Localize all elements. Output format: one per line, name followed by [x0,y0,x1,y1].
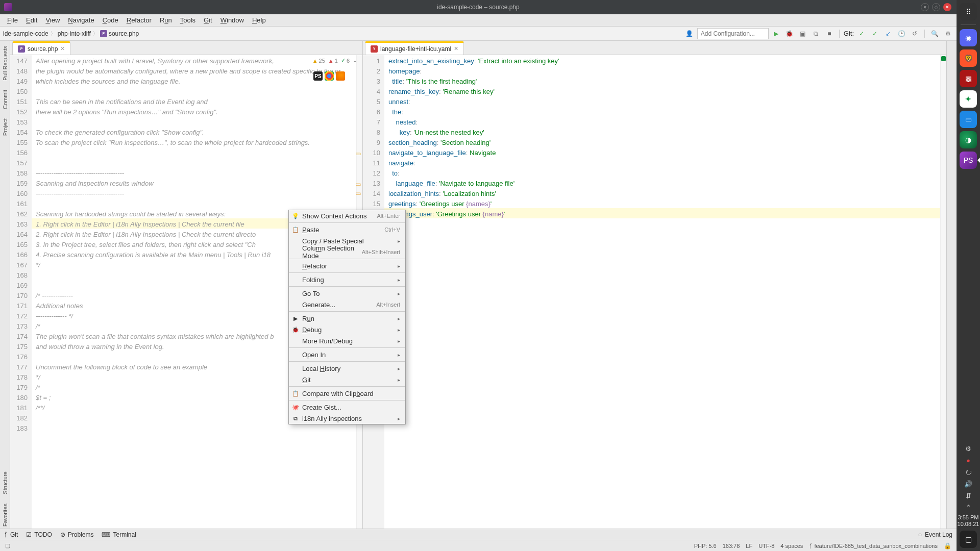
status-encoding[interactable]: UTF-8 [758,543,774,549]
breadcrumb[interactable]: ide-sample-code 〉 php-into-xliff 〉 Psour… [3,30,139,37]
close-button[interactable]: ✕ [943,3,951,11]
error-stripe[interactable] [940,55,946,529]
breadcrumb-project[interactable]: ide-sample-code [3,30,48,37]
lock-icon[interactable]: 🔒 [944,542,951,549]
dock-phpstorm-icon[interactable]: PS [960,152,977,169]
context-menu-item[interactable]: Generate...Alt+Insert [289,299,405,310]
context-menu-item[interactable]: ▶Run▸ [289,313,405,324]
gh-icon: 🐙 [291,404,299,411]
editor-tab-yaml[interactable]: Y language-file+intl-icu.yaml ✕ [365,41,464,55]
toolwindow-structure[interactable]: Structure [2,469,8,496]
git-push-icon[interactable]: ✓ [869,28,880,39]
git-commit-icon[interactable]: ✓ [856,28,867,39]
chevron-down-icon[interactable]: ⌄ [353,57,357,64]
tray-updates-icon[interactable]: ⭮ [965,468,972,476]
menu-help[interactable]: Help [248,15,270,25]
stop-button[interactable]: ■ [824,28,835,39]
menu-git[interactable]: Git [200,15,216,25]
status-git-branch[interactable]: feature/IDE-685_test_data_sanbox_combina… [814,543,938,549]
tray-network-icon[interactable]: ⇵ [966,492,971,499]
coverage-button[interactable]: ▣ [797,28,808,39]
event-log-bell-icon[interactable]: ○ [918,531,922,538]
open-in-browser-icons[interactable]: PS [313,71,345,81]
context-menu-item[interactable]: Go To▸ [289,288,405,299]
menu-code[interactable]: Code [99,15,122,25]
breadcrumb-folder[interactable]: php-into-xliff [58,30,91,37]
status-caret-position[interactable]: 163:78 [723,543,740,549]
inspection-badges[interactable]: ▲25 ▲1 ✓6 ⌄ [312,57,357,64]
dock-files-icon[interactable]: ▭ [960,111,977,128]
status-line-separator[interactable]: LF [746,543,752,549]
toolwindow-terminal[interactable]: ⌨Terminal [102,531,136,538]
context-menu-item[interactable]: Local History▸ [289,363,405,374]
toolwindow-problems[interactable]: ⊘Problems [60,531,94,538]
context-menu-item[interactable]: 🐙Create Gist... [289,402,405,413]
context-menu-item[interactable]: More Run/Debug▸ [289,335,405,346]
search-everywhere-icon[interactable]: 🔍 [929,28,940,39]
close-tab-icon[interactable]: ✕ [454,45,458,52]
debug-button[interactable]: 🐞 [784,28,795,39]
toolwindow-commit[interactable]: Commit [2,88,8,111]
show-toolwindows-icon[interactable]: ▢ [5,542,10,549]
git-history-icon[interactable]: 🕑 [896,28,907,39]
right-code-editor[interactable]: 12345678910111213141516 extract_into_an_… [363,55,946,529]
menu-tools[interactable]: Tools [176,15,200,25]
tray-record-icon[interactable]: ● [966,457,970,464]
dock-grid-icon[interactable]: ⠿ [960,3,977,20]
context-menu-item[interactable]: Refactor▸ [289,260,405,271]
note-marker-icon: ▭ [355,150,362,157]
status-php-version[interactable]: PHP: 5.6 [694,543,717,549]
branch-icon: ᚶ [809,543,813,549]
context-menu-item[interactable]: Open In▸ [289,349,405,360]
context-menu-item[interactable]: Folding▸ [289,274,405,285]
dock-meet-icon[interactable]: ✦ [960,90,977,108]
toolwindow-git[interactable]: ᚶGit [4,531,18,538]
menu-view[interactable]: View [41,15,64,25]
breadcrumb-file[interactable]: source.php [109,30,139,37]
context-menu-item[interactable]: 📋PasteCtrl+V [289,224,405,235]
minimize-button[interactable]: ▾ [921,3,929,11]
toolwindow-todo[interactable]: ☑TODO [26,531,52,538]
dock-discord-icon[interactable]: ◉ [960,29,977,46]
close-tab-icon[interactable]: ✕ [60,45,65,52]
user-icon[interactable]: 👤 [684,28,695,39]
settings-icon[interactable]: ⚙ [942,28,953,39]
tray-more-icon[interactable]: ⌃ [966,504,971,511]
context-menu-item[interactable]: Git▸ [289,374,405,385]
profiler-button[interactable]: ⧉ [811,28,822,39]
menu-run[interactable]: Run [156,15,176,25]
menu-navigate[interactable]: Navigate [64,15,98,25]
paste-icon: 📋 [291,226,299,234]
dock-show-desktop-icon[interactable]: ▢ [960,531,977,548]
firefox-icon[interactable] [336,71,345,81]
system-tray[interactable]: ⚙ ● ⭮ 🔊 ⇵ ⌃ [964,445,972,511]
dock-brave-icon[interactable]: 🦁 [960,49,977,67]
dock-globe-icon[interactable]: ◑ [960,131,977,148]
chrome-icon[interactable] [325,71,334,81]
dock-clock[interactable]: 3:55 PM 10.08.21 [958,514,979,528]
tray-settings-icon[interactable]: ⚙ [965,445,971,453]
context-menu-item[interactable]: Column Selection ModeAlt+Shift+Insert [289,246,405,258]
menu-window[interactable]: Window [216,15,248,25]
event-log-button[interactable]: Event Log [925,531,952,538]
editor-tab-source[interactable]: P source.php ✕ [12,41,70,55]
menu-file[interactable]: File [3,15,22,25]
toolwindow-project[interactable]: Project [2,116,8,138]
dock-app-red-icon[interactable]: ▩ [960,70,977,87]
context-menu-item[interactable]: 🐞Debug▸ [289,324,405,335]
context-menu-item[interactable]: 📋Compare with Clipboard [289,388,405,399]
menu-refactor[interactable]: Refactor [122,15,156,25]
context-menu-item[interactable]: ⧉i18n Ally inspections▸ [289,413,405,424]
toolwindow-pull-requests[interactable]: Pull Requests [2,44,8,83]
tray-volume-icon[interactable]: 🔊 [964,480,972,488]
run-button[interactable]: ▶ [771,28,782,39]
phpstorm-preview-icon[interactable]: PS [313,71,323,81]
run-configuration-selector[interactable]: Add Configuration... [697,28,769,39]
git-rollback-icon[interactable]: ↺ [909,28,920,39]
maximize-button[interactable]: ◇ [932,3,940,11]
toolwindow-favorites[interactable]: Favorites [2,502,8,529]
git-update-icon[interactable]: ↙ [883,28,894,39]
status-indent[interactable]: 4 spaces [780,543,803,549]
menu-edit[interactable]: Edit [22,15,41,25]
context-menu-item[interactable]: 💡Show Context ActionsAlt+Enter [289,210,405,221]
